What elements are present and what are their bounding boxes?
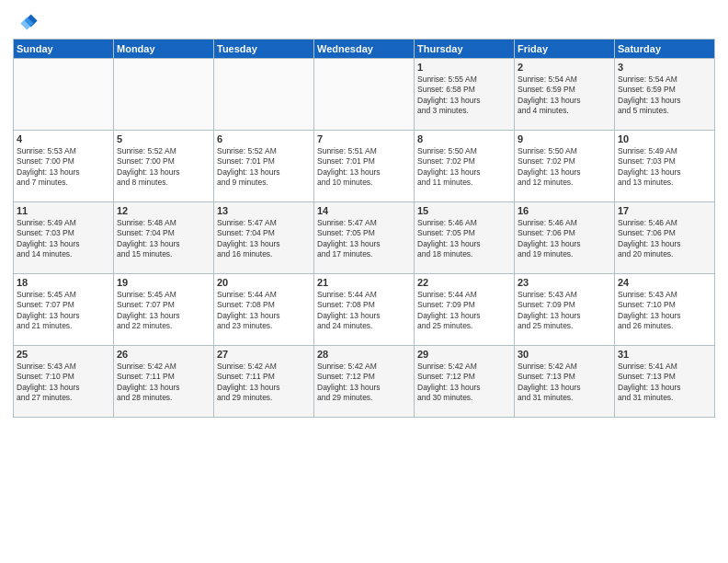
calendar-cell: 9Sunrise: 5:50 AM Sunset: 7:02 PM Daylig…: [515, 131, 615, 202]
day-number: 14: [317, 205, 411, 216]
day-number: 5: [117, 133, 210, 144]
day-info: Sunrise: 5:43 AM Sunset: 7:10 PM Dayligh…: [618, 290, 711, 332]
day-number: 26: [117, 349, 210, 360]
day-info: Sunrise: 5:43 AM Sunset: 7:10 PM Dayligh…: [17, 362, 110, 404]
calendar-table: SundayMondayTuesdayWednesdayThursdayFrid…: [13, 39, 715, 418]
day-info: Sunrise: 5:50 AM Sunset: 7:02 PM Dayligh…: [518, 146, 611, 189]
day-info: Sunrise: 5:43 AM Sunset: 7:09 PM Dayligh…: [518, 290, 611, 332]
day-number: 16: [518, 205, 611, 216]
day-number: 29: [417, 349, 511, 360]
week-row-3: 11Sunrise: 5:49 AM Sunset: 7:03 PM Dayli…: [14, 202, 715, 274]
logo: [13, 9, 41, 35]
day-number: 23: [518, 277, 611, 288]
calendar-cell: 29Sunrise: 5:42 AM Sunset: 7:12 PM Dayli…: [415, 346, 515, 418]
day-info: Sunrise: 5:48 AM Sunset: 7:04 PM Dayligh…: [117, 218, 210, 260]
day-number: 19: [117, 277, 210, 288]
day-header-tuesday: Tuesday: [214, 40, 314, 59]
calendar-cell: 6Sunrise: 5:52 AM Sunset: 7:01 PM Daylig…: [214, 131, 314, 202]
day-info: Sunrise: 5:46 AM Sunset: 7:06 PM Dayligh…: [618, 218, 711, 260]
calendar-cell: 18Sunrise: 5:45 AM Sunset: 7:07 PM Dayli…: [14, 274, 114, 346]
day-number: 2: [518, 62, 611, 73]
calendar-cell: 10Sunrise: 5:49 AM Sunset: 7:03 PM Dayli…: [615, 131, 715, 202]
day-number: 3: [618, 62, 711, 73]
day-info: Sunrise: 5:44 AM Sunset: 7:08 PM Dayligh…: [217, 290, 311, 332]
day-info: Sunrise: 5:45 AM Sunset: 7:07 PM Dayligh…: [17, 290, 110, 332]
day-info: Sunrise: 5:42 AM Sunset: 7:13 PM Dayligh…: [518, 362, 611, 404]
page-container: SundayMondayTuesdayWednesdayThursdayFrid…: [0, 0, 728, 425]
calendar-cell: 4Sunrise: 5:53 AM Sunset: 7:00 PM Daylig…: [14, 131, 114, 202]
day-info: Sunrise: 5:42 AM Sunset: 7:11 PM Dayligh…: [217, 362, 311, 404]
day-info: Sunrise: 5:46 AM Sunset: 7:06 PM Dayligh…: [518, 218, 611, 260]
calendar-cell: 1Sunrise: 5:55 AM Sunset: 6:58 PM Daylig…: [415, 59, 515, 131]
calendar-cell: 22Sunrise: 5:44 AM Sunset: 7:09 PM Dayli…: [415, 274, 515, 346]
day-info: Sunrise: 5:54 AM Sunset: 6:59 PM Dayligh…: [518, 75, 611, 117]
day-number: 22: [417, 277, 511, 288]
calendar-cell: 25Sunrise: 5:43 AM Sunset: 7:10 PM Dayli…: [14, 346, 114, 418]
day-number: 6: [217, 133, 311, 144]
calendar-cell: 30Sunrise: 5:42 AM Sunset: 7:13 PM Dayli…: [515, 346, 615, 418]
calendar-cell: 31Sunrise: 5:41 AM Sunset: 7:13 PM Dayli…: [615, 346, 715, 418]
calendar-cell: [314, 59, 415, 131]
calendar-cell: 17Sunrise: 5:46 AM Sunset: 7:06 PM Dayli…: [615, 202, 715, 274]
day-info: Sunrise: 5:41 AM Sunset: 7:13 PM Dayligh…: [618, 362, 711, 404]
day-number: 7: [317, 133, 411, 144]
day-number: 8: [417, 133, 511, 144]
calendar-cell: 8Sunrise: 5:50 AM Sunset: 7:02 PM Daylig…: [415, 131, 515, 202]
day-number: 9: [518, 133, 611, 144]
day-info: Sunrise: 5:42 AM Sunset: 7:12 PM Dayligh…: [317, 362, 411, 404]
calendar-cell: 19Sunrise: 5:45 AM Sunset: 7:07 PM Dayli…: [114, 274, 214, 346]
week-row-2: 4Sunrise: 5:53 AM Sunset: 7:00 PM Daylig…: [14, 131, 715, 202]
day-info: Sunrise: 5:52 AM Sunset: 7:00 PM Dayligh…: [117, 146, 210, 189]
calendar-cell: 27Sunrise: 5:42 AM Sunset: 7:11 PM Dayli…: [214, 346, 314, 418]
day-number: 24: [618, 277, 711, 288]
day-number: 31: [618, 349, 711, 360]
day-info: Sunrise: 5:42 AM Sunset: 7:12 PM Dayligh…: [417, 362, 511, 404]
calendar-cell: 28Sunrise: 5:42 AM Sunset: 7:12 PM Dayli…: [314, 346, 415, 418]
day-info: Sunrise: 5:55 AM Sunset: 6:58 PM Dayligh…: [417, 75, 511, 117]
calendar-cell: 26Sunrise: 5:42 AM Sunset: 7:11 PM Dayli…: [114, 346, 214, 418]
day-number: 21: [317, 277, 411, 288]
day-info: Sunrise: 5:53 AM Sunset: 7:00 PM Dayligh…: [17, 146, 110, 189]
header: [13, 9, 715, 35]
week-row-5: 25Sunrise: 5:43 AM Sunset: 7:10 PM Dayli…: [14, 346, 715, 418]
calendar-cell: 7Sunrise: 5:51 AM Sunset: 7:01 PM Daylig…: [314, 131, 415, 202]
logo-icon: [13, 9, 39, 35]
calendar-cell: 15Sunrise: 5:46 AM Sunset: 7:05 PM Dayli…: [415, 202, 515, 274]
calendar-cell: 20Sunrise: 5:44 AM Sunset: 7:08 PM Dayli…: [214, 274, 314, 346]
day-header-wednesday: Wednesday: [314, 40, 415, 59]
calendar-cell: 16Sunrise: 5:46 AM Sunset: 7:06 PM Dayli…: [515, 202, 615, 274]
calendar-cell: 24Sunrise: 5:43 AM Sunset: 7:10 PM Dayli…: [615, 274, 715, 346]
day-number: 4: [17, 133, 110, 144]
day-info: Sunrise: 5:50 AM Sunset: 7:02 PM Dayligh…: [417, 146, 511, 189]
day-info: Sunrise: 5:49 AM Sunset: 7:03 PM Dayligh…: [17, 218, 110, 260]
day-info: Sunrise: 5:49 AM Sunset: 7:03 PM Dayligh…: [618, 146, 711, 189]
week-row-4: 18Sunrise: 5:45 AM Sunset: 7:07 PM Dayli…: [14, 274, 715, 346]
calendar-cell: 5Sunrise: 5:52 AM Sunset: 7:00 PM Daylig…: [114, 131, 214, 202]
day-number: 18: [17, 277, 110, 288]
calendar-cell: [214, 59, 314, 131]
week-row-1: 1Sunrise: 5:55 AM Sunset: 6:58 PM Daylig…: [14, 59, 715, 131]
calendar-cell: [114, 59, 214, 131]
calendar-cell: 14Sunrise: 5:47 AM Sunset: 7:05 PM Dayli…: [314, 202, 415, 274]
day-header-saturday: Saturday: [615, 40, 715, 59]
day-number: 25: [17, 349, 110, 360]
calendar-cell: 23Sunrise: 5:43 AM Sunset: 7:09 PM Dayli…: [515, 274, 615, 346]
day-number: 17: [618, 205, 711, 216]
day-info: Sunrise: 5:54 AM Sunset: 6:59 PM Dayligh…: [618, 75, 711, 117]
day-header-thursday: Thursday: [415, 40, 515, 59]
day-header-monday: Monday: [114, 40, 214, 59]
calendar-cell: 12Sunrise: 5:48 AM Sunset: 7:04 PM Dayli…: [114, 202, 214, 274]
day-number: 30: [518, 349, 611, 360]
day-info: Sunrise: 5:51 AM Sunset: 7:01 PM Dayligh…: [317, 146, 411, 189]
day-info: Sunrise: 5:42 AM Sunset: 7:11 PM Dayligh…: [117, 362, 210, 404]
day-number: 11: [17, 205, 110, 216]
day-header-friday: Friday: [515, 40, 615, 59]
calendar-cell: 21Sunrise: 5:44 AM Sunset: 7:08 PM Dayli…: [314, 274, 415, 346]
calendar-header-row: SundayMondayTuesdayWednesdayThursdayFrid…: [14, 40, 715, 59]
day-number: 27: [217, 349, 311, 360]
calendar-cell: 11Sunrise: 5:49 AM Sunset: 7:03 PM Dayli…: [14, 202, 114, 274]
day-number: 13: [217, 205, 311, 216]
day-number: 12: [117, 205, 210, 216]
day-number: 15: [417, 205, 511, 216]
day-info: Sunrise: 5:47 AM Sunset: 7:04 PM Dayligh…: [217, 218, 311, 260]
